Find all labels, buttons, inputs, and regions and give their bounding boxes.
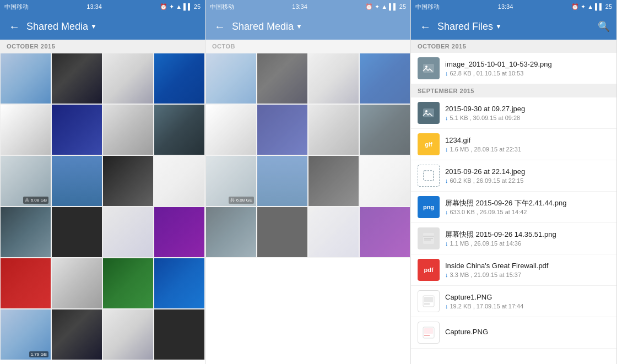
file-item[interactable]: Capture1.PNG ↓ 19.2 KB, 17.09.15 at 17:4… <box>411 286 616 317</box>
file-item[interactable]: png 屏幕快照 2015-09-26 下午2.41.44.png ↓ 633.… <box>411 192 616 223</box>
file-info: image_2015-10-01_10-53-29.png ↓ 62.8 KB,… <box>445 60 610 77</box>
grid-cell[interactable] <box>51 104 102 155</box>
grid-cell[interactable] <box>154 207 205 258</box>
file-size: 633.0 KB <box>450 209 475 215</box>
file-info: 2015-09-30 at 09.27.jpeg ↓ 5.1 KB, 30.09… <box>445 105 610 122</box>
overlay-text: 1.79 GB <box>29 351 48 357</box>
grid-cell[interactable] <box>205 104 257 155</box>
grid-cell[interactable] <box>359 53 410 104</box>
file-info: Capture1.PNG ↓ 19.2 KB, 17.09.15 at 17:4… <box>445 293 610 310</box>
file-size: 1.1 MB <box>450 240 469 247</box>
panel-shared-media: 中国移动 13:34 ⏰ ✦ ▲ ▌▌ 25 ← Shared Media ▼ … <box>0 0 205 364</box>
download-icon: ↓ <box>445 209 448 215</box>
grid-cell[interactable] <box>0 258 51 309</box>
grid-cell[interactable] <box>51 53 102 104</box>
carrier-mid: 中国移动 <box>210 3 234 11</box>
section-header-oct-left: OCTOBER 2015 <box>0 40 205 53</box>
status-icons-mid: ⏰ ✦ ▲ ▌▌ 25 <box>365 3 406 10</box>
file-info: 1234.gif ↓ 1.6 MB, 28.09.15 at 22:31 <box>445 136 610 153</box>
download-icon: ↓ <box>445 146 448 153</box>
grid-cell[interactable] <box>154 53 205 104</box>
file-size: 5.1 KB <box>450 115 468 121</box>
file-item[interactable]: 2015-09-26 at 22.14.jpeg ↓ 60.2 KB, 26.0… <box>411 160 616 192</box>
file-info: 屏幕快照 2015-09-26 下午2.41.44.png ↓ 633.0 KB… <box>445 199 610 216</box>
back-button-mid[interactable]: ← <box>212 18 228 35</box>
grid-cell[interactable]: 1.79 GB <box>0 309 51 360</box>
file-date: 26.09.15 at 14:36 <box>474 240 521 247</box>
file-info: 2015-09-26 at 22.14.jpeg ↓ 60.2 KB, 26.0… <box>445 167 610 184</box>
grid-cell[interactable] <box>308 207 359 258</box>
grid-cell[interactable] <box>0 207 51 258</box>
grid-cell[interactable] <box>205 207 257 258</box>
grid-cell[interactable] <box>51 207 102 258</box>
back-button-right[interactable]: ← <box>418 18 433 35</box>
file-item[interactable]: Capture.PNG <box>411 317 616 349</box>
file-item[interactable]: 屏幕快照 2015-09-26 14.35.51.png ↓ 1.1 MB, 2… <box>411 223 616 254</box>
back-button-left[interactable]: ← <box>7 18 22 35</box>
carrier-right: 中国移动 <box>415 3 440 11</box>
file-icon-png-light <box>418 227 440 249</box>
download-icon: ↓ <box>445 115 448 121</box>
dropdown-arrow-left[interactable]: ▼ <box>90 23 97 30</box>
dropdown-arrow-mid[interactable]: ▼ <box>296 23 302 30</box>
search-button-right[interactable]: 🔍 <box>598 20 610 32</box>
file-date: 28.09.15 at 22:31 <box>474 146 521 153</box>
grid-row-3: 共 6.08 GE <box>205 155 410 207</box>
title-right: Shared Files ▼ <box>437 21 593 32</box>
panel-shared-files: 中国移动 13:34 ⏰ ✦ ▲ ▌▌ 25 ← Shared Files ▼ … <box>411 0 617 364</box>
file-name: image_2015-10-01_10-53-29.png <box>445 60 610 69</box>
grid-cell[interactable] <box>154 104 205 155</box>
app-bar-left: ← Shared Media ▼ <box>0 13 205 40</box>
grid-cell[interactable] <box>0 104 51 155</box>
grid-cell[interactable] <box>205 53 257 104</box>
grid-cell[interactable] <box>257 207 308 258</box>
grid-cell[interactable] <box>102 258 154 309</box>
file-size: 3.3 MB <box>450 271 469 278</box>
grid-cell[interactable] <box>359 104 410 155</box>
file-date: 30.09.15 at 09:28 <box>473 115 521 121</box>
section-header-oct-mid: OCTOB <box>205 40 410 53</box>
grid-cell[interactable] <box>154 309 205 360</box>
grid-cell[interactable] <box>257 53 308 104</box>
section-header-sep-right: SEPTEMBER 2015 <box>411 84 616 97</box>
grid-cell[interactable] <box>257 104 308 155</box>
status-bar-right: 中国移动 13:34 ⏰ ✦ ▲ ▌▌ 25 <box>411 0 616 13</box>
title-mid: Shared Media ▼ <box>232 21 404 32</box>
file-item[interactable]: gif 1234.gif ↓ 1.6 MB, 28.09.15 at 22:31 <box>411 129 616 160</box>
file-item[interactable]: image_2015-10-01_10-53-29.png ↓ 62.8 KB,… <box>411 53 616 84</box>
grid-cell[interactable] <box>308 155 359 207</box>
grid-cell[interactable] <box>0 53 51 104</box>
file-size: 62.8 KB <box>450 70 472 77</box>
grid-cell[interactable] <box>102 309 154 360</box>
grid-cell[interactable] <box>359 155 410 207</box>
grid-cell[interactable] <box>102 155 154 207</box>
file-size: 19.2 KB <box>450 303 472 309</box>
svg-rect-7 <box>424 238 433 239</box>
time-left: 13:34 <box>86 3 102 10</box>
grid-cell[interactable]: 共 6.08 GB <box>0 155 51 207</box>
file-name: 2015-09-30 at 09.27.jpeg <box>445 105 610 114</box>
file-icon-pdf: pdf <box>418 259 440 281</box>
file-item[interactable]: pdf Inside China's Great Firewall.pdf ↓ … <box>411 254 616 286</box>
grid-cell[interactable] <box>154 258 205 309</box>
file-item[interactable]: 2015-09-30 at 09.27.jpeg ↓ 5.1 KB, 30.09… <box>411 97 616 129</box>
grid-cell[interactable] <box>257 155 308 207</box>
grid-cell[interactable] <box>102 207 154 258</box>
grid-cell[interactable] <box>359 207 410 258</box>
file-date: 26.09.15 at 14:42 <box>480 209 527 215</box>
media-grid-left: 共 6.08 GB 1.79 GB <box>0 53 205 364</box>
dropdown-arrow-right[interactable]: ▼ <box>495 23 502 30</box>
status-bar-mid: 中国移动 13:34 ⏰ ✦ ▲ ▌▌ 25 <box>205 0 410 13</box>
grid-cell[interactable] <box>51 155 102 207</box>
grid-cell[interactable] <box>102 104 154 155</box>
panel-shared-media-dropdown: 中国移动 13:34 ⏰ ✦ ▲ ▌▌ 25 ← Shared Media ▼ … <box>205 0 411 364</box>
file-icon-gif: gif <box>418 133 440 155</box>
grid-cell[interactable]: 共 6.08 GE <box>205 155 257 207</box>
grid-cell[interactable] <box>51 258 102 309</box>
grid-cell[interactable] <box>102 53 154 104</box>
grid-cell[interactable] <box>154 155 205 207</box>
grid-cell[interactable] <box>308 104 359 155</box>
grid-cell[interactable] <box>308 53 359 104</box>
time-mid: 13:34 <box>292 3 307 10</box>
grid-cell[interactable] <box>51 309 102 360</box>
